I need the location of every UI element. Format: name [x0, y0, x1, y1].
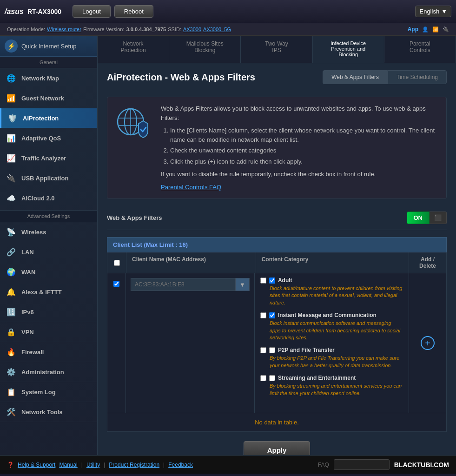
wifi-icon: 📶	[432, 26, 439, 33]
utility-link[interactable]: Utility	[86, 462, 100, 468]
sidebar-item-system-log[interactable]: 📋 System Log	[0, 382, 97, 402]
ssid-label: SSID:	[168, 26, 181, 32]
im-check-row: Instant Message and Communication	[260, 312, 403, 318]
language-selector[interactable]: English ▼	[415, 6, 451, 17]
sidebar-item-administration[interactable]: ⚙️ Administration	[0, 362, 97, 382]
help-support-link[interactable]: Help & Support	[18, 462, 55, 468]
logout-button[interactable]: Logout	[73, 5, 111, 18]
ssid-ax3000[interactable]: AX3000	[183, 26, 201, 32]
fw-value: 3.0.0.4.384_7975	[126, 26, 166, 32]
p2p-outer-checkbox[interactable]	[260, 347, 266, 353]
sidebar-label-alexa: Alexa & IFTTT	[21, 289, 62, 296]
system-log-icon: 📋	[6, 386, 17, 397]
faq-search-input[interactable]	[334, 459, 390, 470]
sidebar-item-quick-internet-setup[interactable]: ⚡ Quick Internet Setup	[0, 36, 97, 57]
toggle-switch[interactable]: ON ⬛	[407, 212, 447, 224]
filter-tabs: Web & Apps Filters Time Scheduling	[323, 70, 447, 84]
im-outer-checkbox[interactable]	[260, 312, 266, 318]
tab-two-way-ips[interactable]: Two-WayIPS	[241, 36, 312, 63]
toggle-row: Web & Apps Filters ON ⬛	[107, 206, 447, 230]
ssid-ax3000-5g[interactable]: AX3000_5G	[203, 26, 231, 32]
adaptive-qos-icon: 📊	[6, 132, 17, 144]
top-bar: /asus RT-AX3000 Logout Reboot English ▼	[0, 0, 456, 23]
streaming-label: Streaming and Entertainment	[278, 375, 356, 381]
chevron-down-icon: ▼	[441, 8, 447, 15]
sidebar-item-network-tools[interactable]: 🛠️ Network Tools	[0, 402, 97, 422]
streaming-checkbox[interactable]	[269, 375, 275, 381]
usb-icon: 🔌	[443, 26, 449, 33]
sidebar-label-aiprotection: AiProtection	[23, 115, 59, 122]
row-checkbox[interactable]	[113, 281, 119, 287]
client-dropdown-button[interactable]: ▼	[235, 278, 250, 291]
advanced-section-title: Advanced Settings	[0, 210, 97, 222]
apply-row: Apply	[107, 432, 447, 455]
p2p-checkbox[interactable]	[269, 347, 275, 353]
filter-tab-web-apps[interactable]: Web & Apps Filters	[323, 70, 388, 84]
tab-malicious-sites[interactable]: Malicious SitesBlocking	[169, 36, 241, 63]
wireless-icon: 📡	[6, 226, 17, 238]
client-mac-input[interactable]	[131, 278, 235, 291]
sidebar-label-lan: LAN	[21, 249, 34, 256]
sidebar-item-traffic-analyzer[interactable]: 📈 Traffic Analyzer	[0, 148, 97, 168]
add-button-cell: +	[409, 273, 446, 413]
adult-outer-checkbox[interactable]	[260, 278, 266, 284]
separator-3: |	[163, 462, 165, 468]
sidebar-item-firewall[interactable]: 🔥 Firewall	[0, 342, 97, 362]
product-registration-link[interactable]: Product Registration	[109, 462, 159, 468]
check-all-checkbox[interactable]	[114, 260, 120, 266]
adult-check-row: Adult	[260, 277, 403, 284]
sidebar-item-aiprotection[interactable]: 🛡️ AiProtection	[0, 108, 97, 128]
tab-network-protection[interactable]: NetworkProtection	[98, 36, 169, 63]
quick-setup-icon: ⚡	[5, 40, 18, 53]
manual-link[interactable]: Manual	[59, 462, 77, 468]
sidebar-item-wan[interactable]: 🌍 WAN	[0, 262, 97, 282]
lan-icon: 🔗	[6, 246, 17, 258]
sidebar-item-ipv6[interactable]: 🔢 IPv6	[0, 302, 97, 322]
sidebar-item-adaptive-qos[interactable]: 📊 Adaptive QoS	[0, 128, 97, 148]
filter-tab-time-scheduling[interactable]: Time Scheduling	[388, 70, 447, 84]
sidebar-label-ipv6: IPv6	[21, 309, 34, 316]
streaming-outer-checkbox[interactable]	[260, 375, 266, 381]
sidebar-item-lan[interactable]: 🔗 LAN	[0, 242, 97, 262]
sidebar-item-vpn[interactable]: 🔒 VPN	[0, 322, 97, 342]
p2p-label: P2P and File Transfer	[278, 347, 335, 353]
category-im: Instant Message and Communication Block …	[260, 312, 403, 341]
footer: ❓ Help & Support Manual | Utility | Prod…	[0, 455, 456, 474]
no-data-row: No data in table.	[107, 413, 446, 431]
adult-checkbox[interactable]	[269, 278, 275, 284]
tab-infected-device[interactable]: Infected Device Prevention andBlocking	[313, 36, 384, 63]
sidebar-label-traffic-analyzer: Traffic Analyzer	[21, 155, 66, 162]
table-body: ▼ Adult Block adult/mature con	[107, 273, 446, 413]
sidebar-label-vpn: VPN	[21, 329, 34, 336]
sidebar-item-guest-network[interactable]: 📶 Guest Network	[0, 88, 97, 108]
sidebar-item-usb-application[interactable]: 🔌 USB Application	[0, 168, 97, 188]
sidebar-item-aicloud[interactable]: ☁️ AiCloud 2.0	[0, 188, 97, 208]
tabs-row: NetworkProtection Malicious SitesBlockin…	[98, 36, 456, 63]
col-category-header: Content Category	[256, 252, 409, 273]
intro-step-1: In the [Clients Name] column, select the…	[170, 126, 439, 144]
apply-button[interactable]: Apply	[244, 441, 311, 455]
tab-parental-controls[interactable]: ParentalControls	[384, 36, 456, 63]
adult-description: Block adult/mature content to prevent ch…	[260, 285, 403, 306]
reboot-button[interactable]: Reboot	[114, 5, 153, 18]
sidebar-item-alexa[interactable]: 🔔 Alexa & IFTTT	[0, 282, 97, 302]
col-check-all[interactable]	[107, 252, 126, 273]
add-rule-button[interactable]: +	[421, 336, 435, 350]
sidebar-label-aicloud: AiCloud 2.0	[21, 195, 55, 202]
dropdown-arrow-icon: ▼	[239, 281, 245, 288]
status-icons: App 👤 📶 🔌	[408, 26, 449, 33]
im-label: Instant Message and Communication	[278, 312, 377, 318]
app-badge[interactable]: App	[408, 26, 418, 33]
op-mode-value[interactable]: Wireless router	[47, 26, 81, 32]
im-checkbox[interactable]	[269, 312, 275, 318]
row-checkbox-cell[interactable]	[107, 273, 126, 413]
sidebar-label-administration: Administration	[21, 369, 64, 376]
sidebar-item-network-map[interactable]: 🌐 Network Map	[0, 68, 97, 88]
separator-2: |	[104, 462, 105, 468]
feedback-link[interactable]: Feedback	[168, 462, 193, 468]
client-dropdown: ▼	[131, 278, 250, 291]
sidebar-item-wireless[interactable]: 📡 Wireless	[0, 222, 97, 242]
category-cell: Adult Block adult/mature content to prev…	[255, 273, 409, 413]
aicloud-icon: ☁️	[6, 192, 17, 204]
parental-controls-faq-link[interactable]: Parental Controls FAQ	[161, 183, 439, 192]
